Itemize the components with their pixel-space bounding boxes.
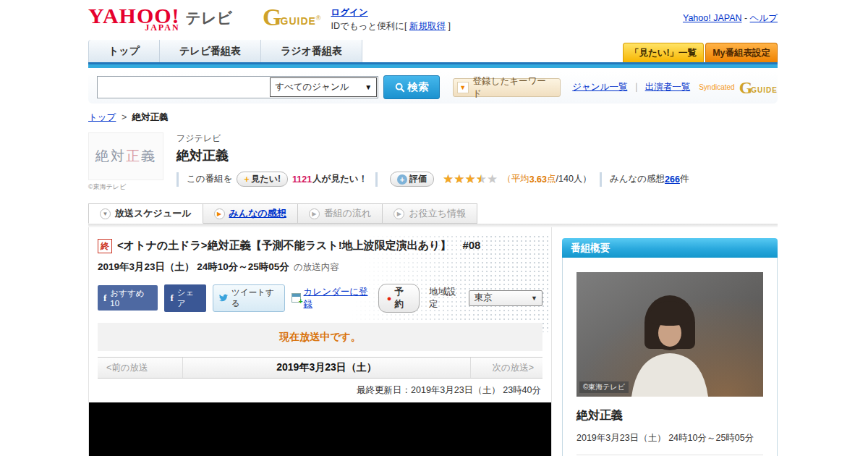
star-rating: ★★★★★ ★★★★★ (443, 173, 498, 185)
plus-icon: + (397, 174, 407, 185)
breadcrumb-current: 絶対正義 (132, 112, 169, 122)
tab-program-flow[interactable]: ▶ 番組の流れ (298, 203, 383, 224)
main-content: 終<オトナの土ドラ>絶対正義【予測不能ラスト!地上波限定演出あり】#08 201… (88, 227, 552, 456)
plus-icon: + (244, 174, 249, 185)
facebook-icon: f (170, 292, 173, 304)
twitter-icon (219, 293, 228, 303)
chevron-down-icon: ▼ (531, 295, 537, 302)
nav-tab-top[interactable]: トップ (88, 40, 160, 62)
calendar-register-link[interactable]: カレンダーに登録 (304, 286, 372, 311)
login-promo-close: ] (446, 21, 451, 31)
broadcast-date-nav: <前の放送 2019年3月23日（土） 次の放送> (98, 357, 542, 379)
impressions-unit: 件 (680, 173, 689, 185)
mitai-list-button[interactable]: 「見たい!」一覧 (623, 43, 704, 62)
yahoo-japan-link[interactable]: Yahoo! JAPAN (683, 13, 742, 23)
sidebar-program-title: 絶対正義 (576, 408, 763, 423)
my-timetable-settings-button[interactable]: My番組表設定 (705, 43, 778, 62)
service-name: テレビ (186, 8, 232, 28)
tweet-button[interactable]: ツイートする (213, 284, 285, 312)
search-input[interactable] (101, 79, 274, 96)
episode-datetime: 2019年3月23日（土） 24時10分～25時05分の放送内容 (98, 261, 542, 274)
episode-datetime-text: 2019年3月23日（土） 24時10分～25時05分 (98, 261, 289, 272)
nav-accent-bar (88, 62, 778, 68)
syndicated-label: Syndicated (699, 83, 734, 91)
search-button[interactable]: 検索 (383, 75, 440, 99)
gguide-logo: G GUIDE ® (263, 7, 320, 28)
thumb-char: 義 (141, 147, 156, 166)
tab-impressions[interactable]: ▶ みんなの感想 (203, 203, 298, 224)
next-broadcast-button[interactable]: 次の放送> (470, 358, 542, 378)
rate-button[interactable]: + 評価 (390, 172, 434, 187)
gguide-g: G (263, 7, 281, 28)
gguide-logo-small: G GUIDE (739, 80, 778, 96)
tab-label: 放送スケジュール (115, 207, 192, 220)
facebook-recommend-label: おすすめ 10 (110, 288, 152, 308)
chevron-down-icon: ▼ (365, 83, 372, 91)
program-meta-row: この番組を + 見たい! 1121 人が見たい！ + 評価 (176, 172, 778, 187)
program-photo: ©東海テレビ (576, 272, 763, 397)
program-thumbnail: 絶対正義 (88, 132, 163, 180)
register-link[interactable]: 新規取得 (409, 21, 446, 31)
genre-select[interactable]: すべてのジャンル ▼ (270, 77, 377, 97)
genre-list-link[interactable]: ジャンル一覧 (572, 82, 627, 92)
genre-select-value: すべてのジャンル (275, 81, 349, 93)
social-row: f おすすめ 10 f シェア ツイートする (98, 284, 542, 313)
program-header: 絶対正義 ©東海テレビ フジテレビ 絶対正義 この番組を + 見たい! 1121 (88, 132, 778, 192)
breadcrumb-home-link[interactable]: トップ (88, 112, 116, 122)
reserve-button[interactable]: ● 予約 (378, 284, 420, 313)
episode-title: 終<オトナの土ドラ>絶対正義【予測不能ラスト!地上波限定演出あり】#08 (98, 237, 532, 254)
episode-title-text: <オトナの土ドラ>絶対正義【予測不能ラスト!地上波限定演出あり】 (117, 239, 451, 251)
impressions-count-link[interactable]: 266 (665, 174, 680, 185)
gguide-registered-mark: ® (316, 14, 321, 22)
mitai-count: 1121 (292, 174, 312, 185)
thumb-char: 絶 (95, 147, 111, 166)
rating-count: /140人） (556, 173, 592, 185)
impressions-label: みんなの感想 (610, 173, 665, 185)
rating-average-value: 3.63 (529, 174, 547, 185)
links-separator: ｜ (631, 82, 640, 92)
nav-tab-radio-listings[interactable]: ラジオ番組表 (261, 40, 362, 62)
last-updated: 最終更新日：2019年3月23日（土） 23時40分 (98, 379, 542, 401)
tab-label: 番組の流れ (324, 207, 372, 220)
main-nav: トップ テレビ番組表 ラジオ番組表 「見たい!」一覧 My番組表設定 (88, 40, 778, 62)
episode-number: #08 (462, 239, 480, 251)
divider (600, 172, 602, 187)
channel-name: フジテレビ (176, 132, 778, 145)
record-dot-icon: ● (387, 294, 392, 303)
search-panel: すべてのジャンル ▼ 検索 ▼ 登録したキーワード ジャンル一覧｜出演者一覧 S… (88, 72, 778, 104)
mitai-button-label: 見たい! (251, 173, 281, 185)
rating-average-label: （平均 (502, 173, 529, 185)
page: YAHOO! JAPAN テレビ G GUIDE ® ログイン IDでもっと便利… (0, 0, 868, 456)
mitai-count-suffix: 人が見たい！ (312, 173, 367, 185)
thumbnail-credit: ©東海テレビ (88, 182, 163, 192)
gguide-word: GUIDE (281, 15, 316, 27)
prev-broadcast-button[interactable]: <前の放送 (98, 358, 183, 378)
chevron-down-icon: ▼ (457, 82, 469, 93)
breadcrumb-separator: > (122, 112, 127, 122)
login-promo-text: IDでもっと便利に[ (331, 21, 409, 31)
mitai-button[interactable]: + 見たい! (237, 172, 288, 187)
facebook-share-button[interactable]: f シェア (164, 284, 206, 312)
region-select[interactable]: 東京 ▼ (469, 290, 542, 306)
facebook-recommend-button[interactable]: f おすすめ 10 (98, 285, 158, 311)
gguide-word: GUIDE (751, 86, 778, 94)
breadcrumb: トップ > 絶対正義 (88, 111, 778, 124)
rating-average-unit: 点 (547, 173, 556, 185)
program-title: 絶対正義 (176, 147, 778, 164)
broadcast-status-bar: 現在放送中です。 (98, 323, 542, 351)
tab-label-link[interactable]: みんなの感想 (229, 207, 286, 220)
nav-tab-tv-listings[interactable]: テレビ番組表 (160, 40, 261, 62)
search-links: ジャンル一覧｜出演者一覧 (572, 81, 690, 93)
current-broadcast-date: 2019年3月23日（土） (183, 361, 470, 374)
region-label: 地域設定 (429, 286, 463, 311)
registered-keywords-button[interactable]: ▼ 登録したキーワード (453, 78, 561, 97)
yahoo-japan-logo[interactable]: YAHOO! JAPAN (88, 5, 180, 33)
performer-list-link[interactable]: 出演者一覧 (645, 82, 691, 92)
login-link[interactable]: ログイン (331, 7, 368, 17)
divider (576, 455, 763, 455)
tab-useful-info[interactable]: ▶ お役立ち情報 (383, 203, 477, 224)
thumb-char: 対 (111, 147, 126, 166)
link-separator: - (742, 13, 750, 23)
help-link[interactable]: ヘルプ (750, 13, 778, 23)
tab-broadcast-schedule[interactable]: ▼ 放送スケジュール (88, 203, 203, 224)
